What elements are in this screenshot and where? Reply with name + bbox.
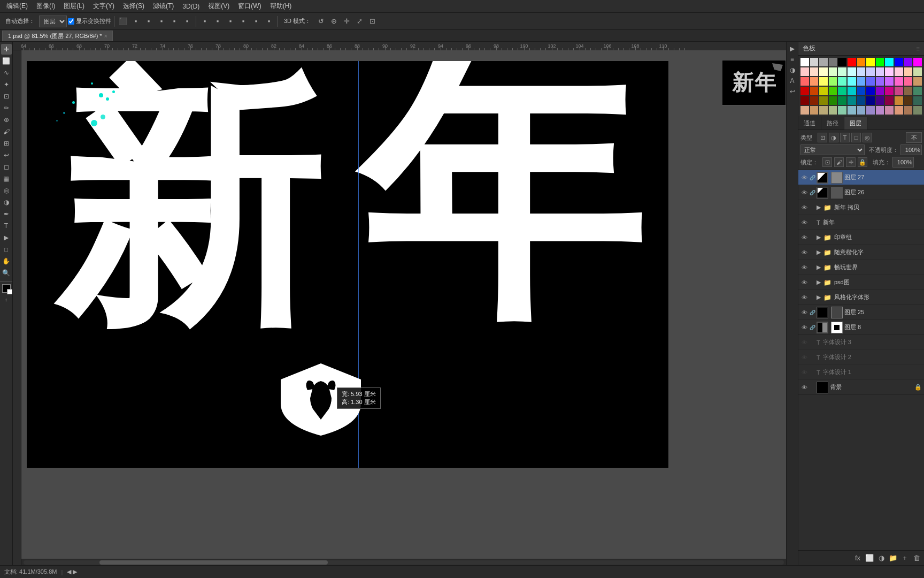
swatch-dk11[interactable]	[895, 96, 903, 105]
swatch-d2[interactable]	[810, 87, 819, 95]
swatch-dk3[interactable]	[819, 96, 828, 105]
swatch-r8[interactable]	[866, 67, 875, 76]
swatch-e1[interactable]	[800, 106, 809, 115]
swatch-dk12[interactable]	[904, 96, 913, 105]
distribute-right-btn[interactable]: ▪	[225, 16, 236, 27]
swatch-medgray[interactable]	[819, 58, 828, 66]
swatch-dk2[interactable]	[810, 96, 819, 105]
swatch-s4[interactable]	[829, 77, 837, 86]
tool-blur[interactable]: ◎	[1, 185, 12, 196]
color-panel-menu[interactable]: ≡	[917, 45, 920, 52]
opacity-input[interactable]	[900, 144, 922, 155]
layer-item-bg[interactable]: 👁 背景 🔒	[798, 380, 924, 395]
add-adjustment-btn[interactable]: ◑	[876, 553, 887, 564]
show-transform-checkbox[interactable]	[68, 18, 74, 25]
swatch-s12[interactable]	[904, 77, 913, 86]
swatch-s3[interactable]	[819, 77, 828, 86]
tool-lasso[interactable]: ∿	[1, 67, 12, 78]
panel-toggle-icon[interactable]: ▶	[788, 44, 797, 54]
swatch-d9[interactable]	[876, 87, 884, 95]
active-tab[interactable]: 1.psd @ 81.5% (图层 27, RGB/8#) * ×	[2, 31, 113, 41]
swatch-s10[interactable]	[885, 77, 894, 86]
swatch-d4[interactable]	[829, 87, 837, 95]
swatch-d3[interactable]	[819, 87, 828, 95]
layer-item-25[interactable]: 👁 🔗 图层 25	[798, 305, 924, 320]
swatch-cyan[interactable]	[885, 58, 894, 66]
char-icon[interactable]: A	[788, 76, 797, 86]
group-arrow-psdtu[interactable]: ▶	[817, 279, 821, 286]
tool-eraser[interactable]: ◻	[1, 162, 12, 172]
filter-shape-icon[interactable]: □	[851, 133, 861, 142]
add-layer-btn[interactable]: +	[899, 553, 910, 564]
scrollbar-track[interactable]	[24, 560, 784, 565]
canvas-area[interactable]: 6466687072747678808284868890929496981001…	[13, 42, 786, 565]
swatch-r7[interactable]	[857, 67, 866, 76]
menu-help[interactable]: 帮助(H)	[266, 1, 296, 12]
layer-list[interactable]: 👁 🔗 图层 27 👁 🔗 图层 26	[798, 170, 924, 550]
swatch-yellow[interactable]	[866, 58, 875, 66]
swatch-r12[interactable]	[904, 67, 913, 76]
swatch-dk5[interactable]	[838, 96, 846, 105]
menu-text[interactable]: 文字(Y)	[89, 1, 119, 12]
swatch-r3[interactable]	[819, 67, 828, 76]
3d-pan-btn[interactable]: ✛	[341, 16, 352, 27]
tool-pen[interactable]: ✒	[1, 209, 12, 219]
align-center-btn[interactable]: ▪	[130, 16, 142, 27]
swatch-s1[interactable]	[800, 77, 809, 86]
tool-shape[interactable]: □	[1, 244, 12, 255]
add-group-btn[interactable]: 📁	[888, 553, 898, 564]
swatch-s6[interactable]	[848, 77, 856, 86]
tab-close-btn[interactable]: ×	[104, 33, 107, 39]
swatch-white[interactable]	[800, 58, 809, 66]
tool-heal[interactable]: ⊕	[1, 115, 12, 125]
swatch-d12[interactable]	[904, 87, 913, 95]
swatch-black[interactable]	[838, 58, 846, 66]
align-right-btn[interactable]: ▪	[143, 16, 155, 27]
3d-scale-btn[interactable]: ⊡	[366, 16, 378, 27]
design-canvas[interactable]: 新 年	[27, 61, 668, 468]
layer-visibility-26[interactable]: 👁	[800, 189, 808, 196]
corner-thumbnail[interactable]: 新年	[722, 60, 786, 105]
align-bottom-btn[interactable]: ▪	[181, 16, 193, 27]
swatch-d5[interactable]	[838, 87, 846, 95]
add-fx-btn[interactable]: fx	[852, 553, 863, 564]
layer-item-yinzhang[interactable]: 👁 ▶ 📁 印章组	[798, 230, 924, 245]
filter-adjust-icon[interactable]: ◑	[829, 133, 838, 142]
tool-history-brush[interactable]: ↩	[1, 150, 12, 161]
swatch-r13[interactable]	[913, 67, 922, 76]
group-arrow-yinzhang[interactable]: ▶	[817, 234, 821, 241]
layer-visibility-xinnian[interactable]: 👁	[800, 219, 808, 226]
layer-visibility-yinzhang[interactable]: 👁	[800, 234, 808, 241]
swatch-purple[interactable]	[904, 58, 913, 66]
filter-pixel-icon[interactable]: ⊡	[818, 133, 827, 142]
filter-smart-icon[interactable]: ◎	[863, 133, 872, 142]
history-icon[interactable]: ↩	[788, 87, 797, 96]
layer-item-newyear-copy[interactable]: 👁 ▶ 📁 新年 拷贝	[798, 200, 924, 215]
canvas-container[interactable]: 新 年	[13, 50, 786, 565]
swatch-r5[interactable]	[838, 67, 846, 76]
layer-visibility-newyear-copy[interactable]: 👁	[800, 204, 808, 211]
swatch-d13[interactable]	[913, 87, 922, 95]
swatch-magenta[interactable]	[913, 58, 922, 66]
menu-layers[interactable]: 图层(L)	[59, 1, 89, 12]
layer-item-27[interactable]: 👁 🔗 图层 27	[798, 170, 924, 185]
layer-item-zitidesign2[interactable]: 👁 T 字体设计 2	[798, 350, 924, 365]
tool-text[interactable]: T	[1, 220, 12, 231]
swatch-s2[interactable]	[810, 77, 819, 86]
tool-move[interactable]: ✛	[1, 44, 12, 55]
status-arrows[interactable]: ◀ ▶	[67, 568, 77, 575]
swatch-dk10[interactable]	[885, 96, 894, 105]
swatch-e3[interactable]	[819, 106, 828, 115]
swatch-d11[interactable]	[895, 87, 903, 95]
menu-select[interactable]: 选择(S)	[119, 1, 149, 12]
menu-window[interactable]: 窗口(W)	[234, 1, 265, 12]
swatch-s8[interactable]	[866, 77, 875, 86]
swatch-s13[interactable]	[913, 77, 922, 86]
layer-item-xinnian[interactable]: 👁 T 新年	[798, 215, 924, 230]
horizontal-scrollbar[interactable]	[21, 559, 786, 565]
swatch-d7[interactable]	[857, 87, 866, 95]
lock-pixels-btn[interactable]: 🖌	[834, 157, 844, 167]
layer-visibility-bg[interactable]: 👁	[800, 384, 808, 391]
layer-item-psdtu[interactable]: 👁 ▶ 📁 psd图	[798, 275, 924, 290]
layer-item-8[interactable]: 👁 🔗 图层 8	[798, 320, 924, 335]
